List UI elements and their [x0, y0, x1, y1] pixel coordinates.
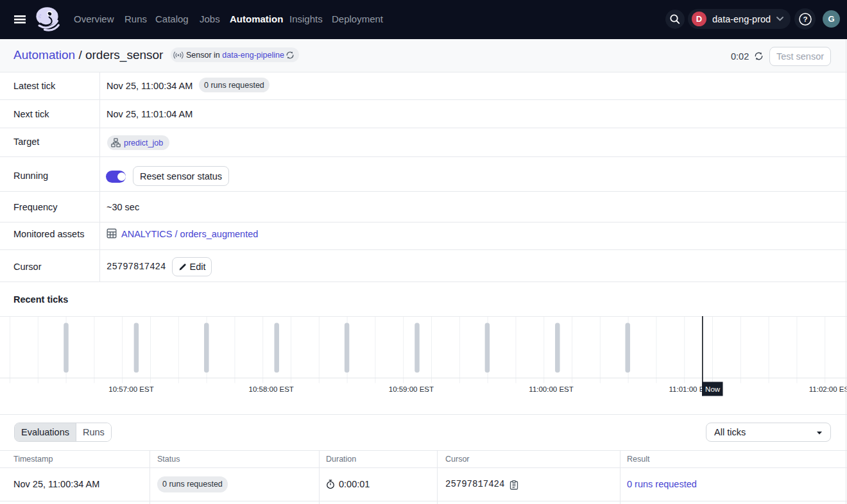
- svg-text:10:58:00 EST: 10:58:00 EST: [249, 385, 294, 393]
- svg-text:10:59:00 EST: 10:59:00 EST: [389, 385, 434, 393]
- svg-text:11:02:00 EST: 11:02:00 EST: [809, 385, 847, 393]
- svg-text:Now: Now: [705, 385, 721, 393]
- svg-text:?: ?: [803, 15, 807, 23]
- svg-text:11:00:00 EST: 11:00:00 EST: [529, 385, 573, 393]
- svg-text:10:57:00 EST: 10:57:00 EST: [108, 385, 153, 393]
